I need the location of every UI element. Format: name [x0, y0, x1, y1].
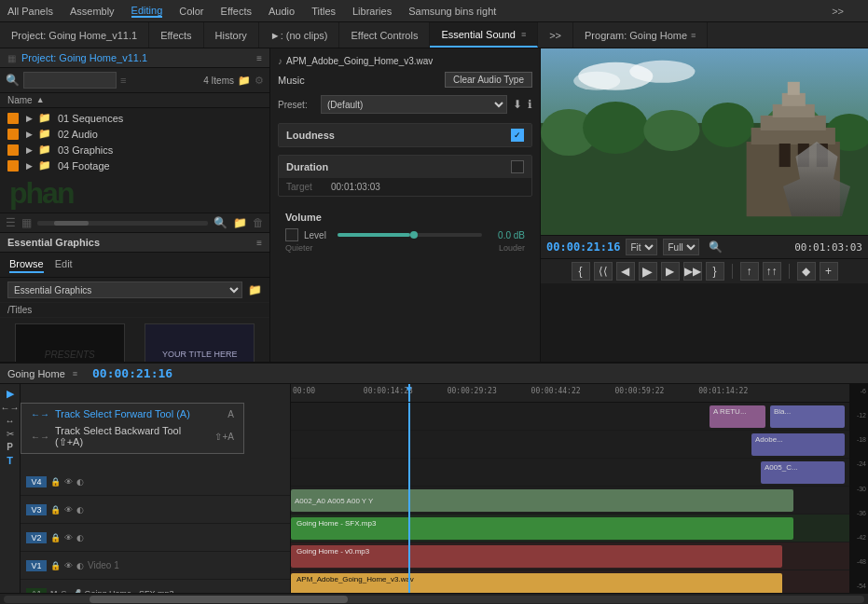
- menu-color[interactable]: Color: [179, 6, 203, 17]
- clip-a2-vo[interactable]: Going Home - v0.mp3: [291, 545, 782, 568]
- tool-type[interactable]: T: [7, 455, 13, 466]
- bin-new-folder-icon[interactable]: 📁: [233, 216, 247, 229]
- transport-step-fwd[interactable]: ▶▶: [683, 262, 702, 281]
- tab-more[interactable]: >>: [538, 22, 573, 48]
- track-select-forward-item[interactable]: ←→ Track Select Forward Tool (A) A: [21, 405, 243, 422]
- bin-grid-icon[interactable]: ▦: [21, 216, 32, 229]
- v1-lock-icon[interactable]: 🔒: [50, 561, 61, 570]
- es-duration-header[interactable]: Duration: [279, 156, 531, 178]
- v4-mute-icon[interactable]: ◐: [76, 477, 84, 487]
- track-row-a3[interactable]: APM_Adobe_Going_Home_v3.wav: [291, 570, 849, 593]
- bin-list-icon[interactable]: ☰: [6, 216, 16, 229]
- transport-step-back[interactable]: ⟨⟨: [594, 262, 613, 281]
- clip-v2-a005c[interactable]: A005_C...: [761, 461, 845, 484]
- bin-item-01-sequences[interactable]: ▶ 📁 01 Sequences: [0, 110, 269, 126]
- tool-roll[interactable]: ↔: [6, 416, 15, 426]
- v2-eye-icon[interactable]: 👁: [64, 533, 73, 542]
- menu-all-panels[interactable]: All Panels: [7, 6, 53, 17]
- clip-v3-adobe[interactable]: Adobe...: [751, 433, 845, 456]
- menu-audio[interactable]: Audio: [269, 6, 295, 17]
- track-select-backward-item[interactable]: ←→ Track Select Backward Tool (⇧+A) ⇧+A: [21, 422, 243, 451]
- fit-select[interactable]: Fit: [626, 239, 657, 255]
- eg-tab-edit[interactable]: Edit: [55, 256, 73, 273]
- eg-folder-icon[interactable]: 📁: [248, 283, 262, 296]
- eg-tab-browse[interactable]: Browse: [9, 256, 44, 273]
- transport-extract[interactable]: ↑↑: [763, 262, 781, 281]
- menu-editing[interactable]: Editing: [131, 5, 163, 18]
- a1-m-btn[interactable]: M: [50, 589, 58, 594]
- track-row-a1[interactable]: Going Home - SFX.mp3: [291, 515, 849, 542]
- tab-essential-sound[interactable]: Essential Sound ≡: [430, 22, 538, 48]
- tool-razor[interactable]: ✂: [7, 429, 14, 439]
- tab-effects[interactable]: Effects: [149, 22, 203, 48]
- preset-select[interactable]: (Default): [321, 95, 507, 114]
- tab-effect-controls[interactable]: Effect Controls: [339, 22, 430, 48]
- clip-a3-music[interactable]: APM_Adobe_Going_Home_v3.wav: [291, 573, 782, 593]
- v2-mute-icon[interactable]: ◐: [76, 533, 84, 542]
- transport-next-frame[interactable]: ▶: [661, 262, 680, 281]
- track-row-v4[interactable]: Bla... A RETU...: [291, 403, 849, 431]
- bin-settings-icon[interactable]: ⚙: [255, 75, 264, 87]
- es-loudness-header[interactable]: Loudness ✓: [279, 124, 531, 146]
- v1-eye-icon[interactable]: 👁: [64, 561, 73, 570]
- duration-checkbox[interactable]: [511, 160, 524, 173]
- track-row-a2[interactable]: Going Home - v0.mp3: [291, 542, 849, 570]
- level-slider[interactable]: [338, 233, 482, 237]
- menu-libraries[interactable]: Libraries: [352, 6, 392, 17]
- loudness-checkbox[interactable]: ✓: [511, 129, 524, 142]
- v3-eye-icon[interactable]: 👁: [64, 505, 73, 515]
- v3-lock-icon[interactable]: 🔒: [50, 505, 61, 515]
- tab-close-icon[interactable]: ≡: [521, 30, 526, 39]
- tool-ripple[interactable]: ←→: [1, 403, 20, 413]
- list-view-icon[interactable]: ≡: [120, 75, 126, 86]
- a1-s-btn[interactable]: S: [62, 589, 67, 594]
- timeline-h-scrollbar[interactable]: [4, 596, 864, 603]
- clip-v4-black[interactable]: Bla...: [770, 405, 845, 428]
- menu-assembly[interactable]: Assembly: [70, 6, 115, 17]
- track-row-v3[interactable]: Adobe...: [291, 431, 849, 459]
- timeline-menu-icon[interactable]: ≡: [73, 369, 77, 378]
- tab-project[interactable]: Project: Going Home_v11.1: [0, 22, 149, 48]
- clip-v1-main[interactable]: A002_A0 A005 A00 Y Y: [291, 489, 793, 512]
- v4-lock-icon[interactable]: 🔒: [50, 477, 61, 487]
- folder-icon-btn[interactable]: 📁: [238, 75, 251, 87]
- tab-program[interactable]: Program: Going Home ≡: [573, 22, 708, 48]
- transport-add-marker[interactable]: ◆: [797, 262, 816, 281]
- menu-titles[interactable]: Titles: [311, 6, 336, 17]
- track-row-v1[interactable]: A002_A0 A005 A00 Y Y: [291, 487, 849, 515]
- track-row-v2[interactable]: A005_C...: [291, 459, 849, 487]
- clear-audio-type-button[interactable]: Clear Audio Type: [445, 72, 532, 88]
- v4-eye-icon[interactable]: 👁: [64, 477, 73, 487]
- panel-menu-icon[interactable]: ≡: [256, 53, 262, 63]
- menu-samsung[interactable]: Samsung bins right: [408, 6, 496, 17]
- transport-play[interactable]: ▶: [639, 262, 657, 281]
- program-menu-icon[interactable]: ≡: [691, 31, 696, 40]
- transport-lift[interactable]: ↑: [740, 262, 759, 281]
- v2-lock-icon[interactable]: 🔒: [50, 533, 61, 542]
- eg-category-select[interactable]: Essential Graphics: [7, 281, 242, 298]
- menu-more[interactable]: >>: [832, 6, 844, 17]
- timeline-ruler[interactable]: 00:00 00:00:14:23 00:00:29:23 00:00:44:2…: [291, 384, 849, 403]
- preset-download-icon[interactable]: ⬇: [513, 98, 522, 111]
- bin-zoom-slider[interactable]: [37, 221, 208, 226]
- transport-btn-plus[interactable]: +: [820, 262, 838, 281]
- transport-mark-in[interactable]: {: [572, 262, 590, 281]
- transport-mark-out[interactable]: }: [706, 262, 724, 281]
- bin-search-input[interactable]: [23, 72, 117, 89]
- clip-v4-return[interactable]: A RETU...: [710, 405, 765, 428]
- bin-item-03-graphics[interactable]: ▶ 📁 03 Graphics: [0, 142, 269, 158]
- bin-delete-icon[interactable]: 🗑: [253, 216, 264, 229]
- tab-history[interactable]: History: [204, 22, 259, 48]
- a1-mic-icon[interactable]: 🎤: [71, 589, 81, 594]
- v3-mute-icon[interactable]: ◐: [76, 505, 84, 515]
- tab-no-clips[interactable]: ►: (no clips): [259, 22, 340, 48]
- menu-effects[interactable]: Effects: [221, 6, 252, 17]
- preset-info-icon[interactable]: ℹ: [528, 98, 532, 111]
- bin-item-04-footage[interactable]: ▶ 📁 04 Footage: [0, 158, 269, 173]
- full-select[interactable]: Full: [663, 239, 699, 255]
- v1-mute-icon[interactable]: ◐: [76, 561, 84, 570]
- clip-a1-sfx[interactable]: Going Home - SFX.mp3: [291, 517, 793, 540]
- eg-menu-icon[interactable]: ≡: [256, 238, 262, 248]
- tool-slip[interactable]: P: [7, 442, 13, 452]
- transport-prev-frame[interactable]: ◀: [616, 262, 635, 281]
